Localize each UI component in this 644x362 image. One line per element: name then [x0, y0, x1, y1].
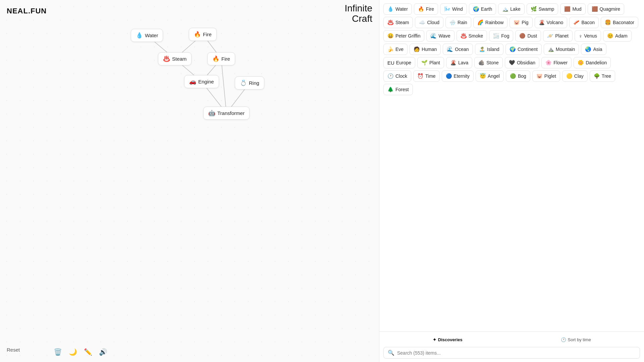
- sidebar-item-emoji: 🪐: [547, 33, 553, 39]
- sidebar-item-obsidian[interactable]: 🖤Obsidian: [505, 57, 539, 68]
- sidebar-item-europe[interactable]: EUEurope: [383, 57, 415, 68]
- element-label: Transformer: [217, 110, 245, 116]
- sidebar-item-label: Lava: [458, 60, 468, 65]
- sidebar-item-lake[interactable]: 🏔️Lake: [498, 3, 524, 15]
- element-emoji: 💍: [240, 79, 247, 86]
- sidebar-item-label: Tree: [602, 73, 611, 79]
- sidebar-item-mountain[interactable]: ⛰️Mountain: [544, 44, 579, 55]
- sidebar-item-label: Bog: [518, 73, 526, 79]
- trash-icon[interactable]: 🗑️: [54, 348, 62, 356]
- sidebar-item-plant[interactable]: 🌱Plant: [417, 57, 444, 68]
- sidebar-item-emoji: 🏝️: [479, 46, 485, 52]
- sidebar-item-label: Ocean: [455, 47, 469, 52]
- sidebar-item-emoji: EU: [387, 60, 394, 66]
- sidebar-item-steam[interactable]: ♨️Steam: [383, 17, 413, 28]
- sidebar-item-cloud[interactable]: ☁️Cloud: [415, 17, 443, 28]
- items-grid: 💧Water🔥Fire🌬️Wind🌍Earth🏔️Lake🌿Swamp🟫Mud🟫…: [379, 0, 644, 331]
- sidebar-item-earth[interactable]: 🌍Earth: [469, 3, 496, 15]
- canvas-element-engine[interactable]: 🚗Engine: [184, 75, 219, 88]
- sidebar-item-label: Time: [425, 73, 436, 79]
- sidebar-item-emoji: ⏰: [417, 73, 424, 79]
- sidebar-item-wind[interactable]: 🌬️Wind: [440, 3, 467, 15]
- brush-icon[interactable]: ✏️: [84, 348, 92, 356]
- sidebar-item-volcano[interactable]: 🌋Volcano: [535, 17, 568, 28]
- sidebar-item-emoji: 🥓: [573, 19, 580, 25]
- sidebar-item-adam[interactable]: 😊Adam: [603, 30, 632, 42]
- discoveries-tab[interactable]: ✦ Discoveries: [383, 335, 512, 344]
- sidebar-item-asia[interactable]: 🌏Asia: [581, 44, 606, 55]
- sidebar-item-emoji: 🐷: [514, 19, 520, 25]
- canvas-element-fire-mid[interactable]: 🔥Fire: [207, 52, 235, 65]
- sidebar-item-label: Eve: [395, 47, 404, 52]
- sidebar-item-label: Fog: [501, 33, 509, 39]
- canvas-element-ring[interactable]: 💍Ring: [235, 76, 264, 89]
- canvas-element-steam[interactable]: ♨️Steam: [158, 52, 192, 65]
- sort-tab[interactable]: 🕐 Sort by time: [512, 335, 640, 344]
- moon-icon[interactable]: 🌙: [69, 348, 77, 356]
- sidebar-item-emoji: 🌋: [539, 19, 545, 25]
- sidebar-item-eve[interactable]: 🍌Eve: [383, 44, 408, 55]
- sidebar-item-smoke[interactable]: ♨️Smoke: [457, 30, 487, 42]
- element-label: Steam: [172, 56, 186, 62]
- sidebar-item-label: Island: [487, 47, 499, 52]
- sidebar-item-fire[interactable]: 🔥Fire: [414, 3, 438, 15]
- sidebar-item-water[interactable]: 💧Water: [383, 3, 412, 15]
- canvas-area[interactable]: NEAL.FUN Reset 🗑️ 🌙 ✏️ 🔊 💧Water🔥Fire♨️St…: [0, 0, 379, 362]
- sidebar-item-clay[interactable]: 🟡Clay: [562, 70, 588, 82]
- sidebar-item-pig[interactable]: 🐷Pig: [509, 17, 532, 28]
- sidebar-item-dust[interactable]: 🟤Dust: [515, 30, 541, 42]
- sidebar-item-emoji: 🟫: [564, 6, 571, 12]
- sidebar-item-piglet[interactable]: 🐷Piglet: [532, 70, 560, 82]
- sidebar-item-rainbow[interactable]: 🌈Rainbow: [473, 17, 507, 28]
- reset-button[interactable]: Reset: [7, 347, 20, 353]
- sidebar-item-human[interactable]: 🧑Human: [410, 44, 441, 55]
- sidebar-item-peter-griffin[interactable]: 😀Peter Griffin: [383, 30, 424, 42]
- sidebar-item-ocean[interactable]: 🌊Ocean: [443, 44, 473, 55]
- sidebar-item-emoji: 🌳: [594, 73, 600, 79]
- sidebar-item-wave[interactable]: 🌊Wave: [426, 30, 454, 42]
- sidebar-item-fog[interactable]: 🌫️Fog: [489, 30, 513, 42]
- sidebar-item-quagmire[interactable]: 🟫Quagmire: [588, 3, 624, 15]
- sidebar-item-label: Lake: [510, 6, 520, 12]
- sidebar-item-label: Clay: [574, 73, 584, 79]
- sidebar-tabs: ✦ Discoveries 🕐 Sort by time: [383, 335, 640, 344]
- sidebar-item-forest[interactable]: 🌲Forest: [383, 84, 413, 95]
- element-label: Fire: [221, 56, 230, 62]
- sidebar-item-emoji: 🌍: [473, 6, 479, 12]
- sidebar-item-time[interactable]: ⏰Time: [413, 70, 440, 82]
- sidebar-item-angel[interactable]: 😇Angel: [476, 70, 504, 82]
- sidebar-item-rain[interactable]: 🌧️Rain: [445, 17, 471, 28]
- sidebar-item-emoji: ☁️: [419, 19, 425, 25]
- search-input[interactable]: [397, 350, 636, 356]
- sidebar-item-bacon[interactable]: 🥓Bacon: [569, 17, 599, 28]
- canvas-element-transformer[interactable]: 🤖Transformer: [203, 107, 250, 120]
- sidebar-item-dandelion[interactable]: 🌼Dandelion: [574, 57, 611, 68]
- sidebar-item-tree[interactable]: 🌳Tree: [590, 70, 615, 82]
- element-emoji: 🚗: [189, 78, 196, 85]
- sidebar-item-label: Planet: [555, 33, 569, 39]
- sidebar-item-continent[interactable]: 🌍Continent: [505, 44, 542, 55]
- sidebar-item-label: Bacon: [581, 20, 595, 25]
- sidebar-item-planet[interactable]: 🪐Planet: [543, 30, 573, 42]
- sidebar-item-eternity[interactable]: 🔵Eternity: [442, 70, 474, 82]
- sidebar-item-label: Dandelion: [586, 60, 607, 65]
- canvas-element-fire-top[interactable]: 🔥Fire: [189, 28, 217, 41]
- sidebar-item-bog[interactable]: 🟢Bog: [506, 70, 530, 82]
- sidebar-item-lava[interactable]: 🌋Lava: [446, 57, 472, 68]
- sidebar-item-emoji: ♨️: [387, 19, 394, 25]
- sidebar-item-flower[interactable]: 🌸Flower: [541, 57, 572, 68]
- app-title: Infinite Craft: [345, 3, 373, 24]
- sidebar-item-clock[interactable]: 🕐Clock: [383, 70, 411, 82]
- sidebar-item-label: Obsidian: [517, 60, 535, 65]
- sidebar-item-island[interactable]: 🏝️Island: [475, 44, 503, 55]
- sidebar-item-stone[interactable]: 🪨Stone: [474, 57, 503, 68]
- sidebar-item-label: Human: [422, 47, 437, 52]
- sidebar-item-mud[interactable]: 🟫Mud: [560, 3, 585, 15]
- sound-icon[interactable]: 🔊: [99, 348, 107, 356]
- sidebar-item-label: Asia: [593, 47, 602, 52]
- sidebar-item-swamp[interactable]: 🌿Swamp: [527, 3, 558, 15]
- sidebar-item-baconator[interactable]: 🍔Baconator: [601, 17, 638, 28]
- sidebar-item-venus[interactable]: ♀️Venus: [575, 30, 601, 42]
- sidebar-item-label: Fire: [426, 6, 434, 12]
- canvas-element-water-top[interactable]: 💧Water: [131, 29, 163, 42]
